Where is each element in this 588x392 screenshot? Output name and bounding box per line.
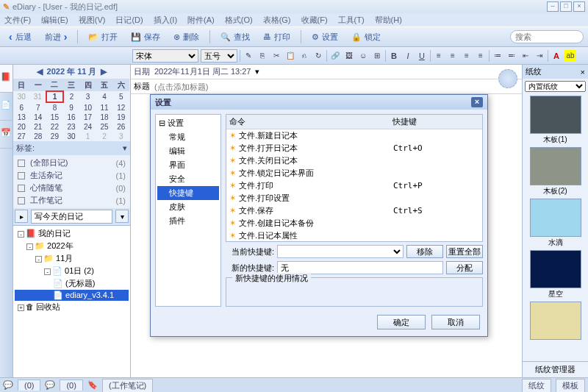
command-row[interactable]: ✶文件.打印Ctrl+P <box>226 179 482 192</box>
vtab-docs[interactable]: 📄文档 <box>0 93 12 121</box>
tab-icon[interactable]: 💬 <box>3 380 13 390</box>
minimize-button[interactable]: – <box>547 1 559 12</box>
back-button[interactable]: ‹后退 <box>4 29 36 44</box>
menu-item[interactable]: 视图(V) <box>79 15 106 26</box>
calendar-day[interactable]: 16 <box>63 113 80 122</box>
calendar-day[interactable]: 8 <box>46 102 63 113</box>
emblem-icon[interactable] <box>498 69 517 88</box>
nav-item[interactable]: 界面 <box>157 158 219 172</box>
icon[interactable]: ↻ <box>312 50 324 62</box>
calendar-day[interactable]: 26 <box>112 122 129 132</box>
calendar-day[interactable]: 27 <box>13 132 30 141</box>
settings-button[interactable]: ⚙设置 <box>307 30 343 44</box>
ok-button[interactable]: 确定 <box>377 315 426 329</box>
calendar-day[interactable]: 3 <box>112 132 129 141</box>
tab[interactable]: (0) <box>18 379 40 391</box>
tab-template[interactable]: 模板 <box>556 379 585 392</box>
search-input[interactable] <box>510 30 584 43</box>
tag-item[interactable]: 心情随笔(0) <box>13 182 130 194</box>
nav-item[interactable]: 编辑 <box>157 144 219 158</box>
calendar-day[interactable]: 2 <box>63 91 80 102</box>
calendar-day[interactable]: 21 <box>30 122 47 132</box>
calendar-day[interactable]: 22 <box>46 122 63 132</box>
nav-item[interactable]: 插件 <box>157 214 219 228</box>
close-icon[interactable]: × <box>581 68 585 76</box>
align-left-icon[interactable]: ≡ <box>433 50 445 62</box>
calendar-day[interactable]: 25 <box>96 122 113 132</box>
calendar-day[interactable]: 17 <box>79 113 96 122</box>
calendar-day[interactable]: 19 <box>112 113 129 122</box>
texture-item[interactable] <box>530 302 581 341</box>
menu-item[interactable]: 编辑(E) <box>41 15 68 26</box>
dropdown-button[interactable]: ▾ <box>115 210 129 223</box>
tab-texture[interactable]: 纸纹 <box>522 379 551 392</box>
nav-item[interactable]: 皮肤 <box>157 200 219 214</box>
icon[interactable]: ⎘ <box>257 50 268 62</box>
tag-item[interactable]: 生活杂记(1) <box>13 169 130 182</box>
calendar-day[interactable]: 28 <box>30 132 47 141</box>
command-row[interactable]: ✶文件.打开日记本Ctrl+O <box>226 142 482 154</box>
title-input[interactable] <box>154 82 519 91</box>
menu-item[interactable]: 文件(F) <box>4 15 31 26</box>
remove-button[interactable]: 移除 <box>406 245 443 258</box>
texture-item[interactable]: 水滴 <box>530 199 581 249</box>
nav-item[interactable]: 快捷键 <box>157 186 219 200</box>
icon[interactable]: ✂ <box>270 50 282 62</box>
calendar-day[interactable]: 10 <box>79 102 96 113</box>
command-row[interactable]: ✶文件.保存Ctrl+S <box>226 204 482 217</box>
indent-icon[interactable]: ⇥ <box>534 50 545 62</box>
underline-icon[interactable]: U <box>416 50 428 62</box>
close-icon[interactable]: ▾ <box>123 143 127 153</box>
align-justify-icon[interactable]: ≡ <box>475 50 487 62</box>
icon[interactable]: 📋 <box>284 50 296 62</box>
align-center-icon[interactable]: ≡ <box>447 50 459 62</box>
calendar-day[interactable]: 9 <box>63 102 80 113</box>
menu-item[interactable]: 表格(G) <box>263 15 291 26</box>
menu-item[interactable]: 日记(D) <box>115 15 143 26</box>
command-list[interactable]: 命令快捷键 ✶文件.新建日记本✶文件.打开日记本Ctrl+O✶文件.关闭日记本✶… <box>226 114 483 242</box>
texture-item[interactable]: 星空 <box>530 250 581 300</box>
calendar-day[interactable]: 23 <box>63 122 80 132</box>
calendar-day[interactable]: 14 <box>30 113 47 122</box>
write-today-button[interactable]: 写今天的日记 <box>31 210 112 224</box>
dialog-close-button[interactable]: × <box>471 97 483 107</box>
calendar-day[interactable]: 30 <box>63 132 80 141</box>
next-month[interactable]: ▶ <box>101 67 107 76</box>
tab-icon[interactable]: 💬 <box>45 380 55 390</box>
icon[interactable]: ⎌ <box>298 50 310 62</box>
close-button[interactable]: × <box>573 1 585 12</box>
tag-item[interactable]: 工作笔记(1) <box>13 194 130 207</box>
menu-item[interactable]: 附件(A) <box>187 15 215 26</box>
align-right-icon[interactable]: ≡ <box>461 50 473 62</box>
calendar-day[interactable]: 5 <box>112 91 129 102</box>
size-select[interactable]: 五号 <box>201 49 237 63</box>
calendar-title[interactable]: 2022 年 11 月 <box>47 66 97 77</box>
texture-manager-button[interactable]: 纸纹管理器 <box>523 361 588 377</box>
command-row[interactable]: ✶文件.创建日记本备份 <box>226 217 482 229</box>
list-icon[interactable]: ≔ <box>492 50 503 62</box>
texture-select[interactable]: 内置纸纹 <box>525 81 586 92</box>
save-button[interactable]: 💾保存 <box>126 30 165 44</box>
command-row[interactable]: ✶文件.日记本属性 <box>226 229 482 242</box>
calendar-day[interactable]: 31 <box>30 91 47 102</box>
diary-tree[interactable]: -📕 我的日记 -📁 2022年 -📁 11月 -📄 01日 (2) 📄 (无标… <box>13 225 130 377</box>
calendar-day[interactable]: 2 <box>96 132 113 141</box>
font-select[interactable]: 宋体 <box>132 49 198 63</box>
calendar-day[interactable]: 1 <box>46 91 63 102</box>
calendar-day[interactable]: 6 <box>13 102 30 113</box>
texture-item[interactable]: 木板(1) <box>530 96 581 146</box>
lock-button[interactable]: 🔒锁定 <box>347 30 385 44</box>
vtab-calendar[interactable]: 📅日历 <box>0 121 12 149</box>
menu-item[interactable]: 格式(O) <box>225 15 253 26</box>
find-button[interactable]: 🔍查找 <box>216 30 254 44</box>
texture-item[interactable]: 木板(2) <box>530 147 581 197</box>
highlight-icon[interactable]: ab <box>564 50 576 62</box>
italic-icon[interactable]: I <box>402 50 414 62</box>
menu-item[interactable]: 收藏(F) <box>301 15 328 26</box>
tab[interactable]: (工作笔记) <box>102 379 153 392</box>
nav-item[interactable]: 常规 <box>157 130 219 144</box>
open-button[interactable]: 📂打开 <box>84 30 122 44</box>
assign-button[interactable]: 分配 <box>446 261 483 274</box>
calendar-day[interactable]: 1 <box>79 132 96 141</box>
calendar-day[interactable]: 24 <box>79 122 96 132</box>
